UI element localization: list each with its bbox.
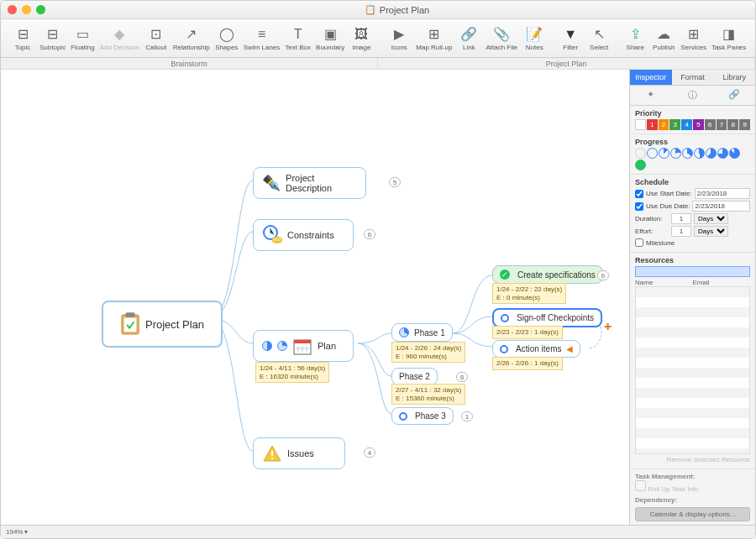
node-label: Issues — [287, 448, 314, 458]
mindmap-canvas[interactable]: Project Plan ✒️ Project Description 5 Co… — [1, 70, 629, 525]
schedule-label: Schedule — [635, 178, 750, 186]
relationship-button[interactable]: ↗Relationship — [171, 24, 212, 53]
floating-button[interactable]: ▭Floating — [69, 24, 96, 53]
calendar-options-button[interactable]: Calendar & display options... — [635, 507, 750, 521]
services-button[interactable]: ⊞Services — [679, 24, 708, 53]
node-plan[interactable]: Plan — [253, 330, 354, 362]
subtopic-button[interactable]: ⊟Subtopic — [38, 24, 67, 53]
node-description[interactable]: ✒️ Project Description — [253, 167, 366, 199]
node-signoff[interactable]: Sign-off Checkpoints — [492, 308, 602, 327]
svg-rect-13 — [271, 458, 273, 459]
rollup-checkbox — [635, 480, 646, 491]
node-label: Phase 1 — [414, 328, 445, 338]
remove-resource: Remove Selected Resource — [635, 456, 750, 463]
duration-unit[interactable]: Days — [694, 213, 728, 224]
node-label: Create specifications — [517, 270, 596, 280]
start-date-field[interactable]: 2/23/2018 — [695, 188, 750, 199]
clock-coins-icon — [262, 225, 282, 245]
svg-rect-2 — [124, 318, 137, 332]
text-box-button[interactable]: TText Box — [283, 24, 312, 53]
priority-label: Priority — [635, 109, 750, 118]
node-create-spec[interactable]: ✓ Create specifications — [492, 265, 603, 284]
shapes-button[interactable]: ◯Shapes — [213, 24, 240, 53]
pen-icon: ✒️ — [262, 173, 281, 193]
action-callout: 2/26 - 2/26 : 1 day(s) — [492, 357, 563, 370]
progress-selector[interactable] — [635, 148, 750, 170]
use-start-checkbox[interactable] — [635, 190, 643, 198]
check-icon: ✓ — [500, 270, 510, 280]
add-decision-button[interactable]: ◆Add Decision — [98, 24, 141, 53]
duration-field[interactable]: 1 — [671, 213, 691, 224]
node-label: Constraints — [287, 230, 334, 240]
status-bar: 194% ▾ — [1, 525, 755, 538]
boundary-button[interactable]: ▣Boundary — [314, 24, 346, 53]
select-button[interactable]: ↖Select — [585, 24, 612, 53]
tab-project-plan[interactable]: Project Plan — [378, 58, 755, 69]
tab-brainstorm[interactable]: Brainstorm — [1, 58, 378, 69]
node-label: Phase 2 — [399, 372, 430, 381]
tab-format[interactable]: Format — [672, 70, 714, 85]
node-label: Plan — [318, 341, 336, 351]
use-due-checkbox[interactable] — [635, 202, 643, 211]
tab-strip: Brainstorm Project Plan — [1, 58, 755, 70]
task-panes-button[interactable]: ◨Task Panes — [710, 24, 748, 53]
signoff-callout: 2/23 - 2/23 : 1 day(s) — [492, 326, 563, 339]
task-info-icon[interactable]: ✦ — [630, 86, 672, 105]
node-root[interactable]: Project Plan — [102, 301, 223, 348]
link-button[interactable]: 🔗Link — [455, 24, 482, 53]
node-phase1[interactable]: Phase 1 — [391, 323, 453, 342]
badge-phase2[interactable]: 8 — [456, 372, 468, 382]
share-button[interactable]: ⇪Share — [622, 24, 648, 53]
resources-list[interactable] — [635, 286, 750, 454]
image-button[interactable]: 🖼Image — [348, 24, 375, 53]
node-label: Action items — [516, 344, 561, 353]
filter-button[interactable]: ▼Filter — [557, 24, 584, 53]
notes-button[interactable]: 📝Notes — [521, 24, 548, 53]
node-constraints[interactable]: Constraints — [253, 219, 354, 251]
tab-library[interactable]: Library — [713, 70, 755, 85]
info-icon[interactable]: ⓘ — [672, 86, 714, 105]
node-label: Sign-off Checkpoints — [517, 313, 594, 322]
callout-button[interactable]: ⊡Callout — [143, 24, 170, 53]
zoom-level[interactable]: 194% — [6, 528, 23, 536]
publish-button[interactable]: ☁Publish — [650, 24, 677, 53]
map-rollup-button[interactable]: ⊞Map Roll-up — [414, 24, 454, 53]
effort-unit[interactable]: Days — [694, 226, 728, 237]
swim-lanes-button[interactable]: ≡Swim Lanes — [242, 24, 282, 53]
spec-callout: 1/24 - 2/22 : 22 day(s)E : 0 minute(s) — [492, 283, 566, 304]
link-icon[interactable]: 🔗 — [713, 86, 755, 105]
node-phase3[interactable]: Phase 3 — [391, 407, 454, 425]
flag-icon: ◀ — [566, 344, 573, 353]
close-window[interactable] — [8, 5, 17, 14]
node-action[interactable]: Action items ◀ — [492, 340, 580, 358]
clipboard-icon — [120, 314, 140, 334]
node-label: Project Plan — [145, 318, 204, 331]
milestone-checkbox[interactable] — [635, 238, 643, 247]
badge-desc[interactable]: 5 — [389, 177, 401, 187]
plan-callout: 1/24 - 4/11 : 56 day(s)E : 16320 minute(… — [255, 362, 329, 383]
titlebar: 📋 Project Plan — [1, 1, 755, 19]
minimize-window[interactable] — [22, 5, 31, 14]
attach-file-button[interactable]: 📎Attach File — [484, 24, 519, 53]
badge-constraints[interactable]: 6 — [364, 229, 375, 239]
relationship-handle[interactable]: ✚ — [604, 322, 612, 332]
phase1-callout: 1/24 - 2/26 : 24 day(s)E : 960 minute(s) — [391, 342, 465, 363]
due-date-field[interactable]: 2/23/2018 — [692, 201, 750, 212]
calendar-icon — [292, 336, 312, 356]
phase2-callout: 2/27 - 4/11 : 32 day(s)E : 15360 minute(… — [391, 384, 465, 405]
badge-issues[interactable]: 4 — [364, 447, 375, 458]
warning-icon — [262, 443, 282, 463]
topic-button[interactable]: ⊟Topic — [9, 24, 36, 53]
progress-label: Progress — [635, 138, 750, 146]
resources-input[interactable] — [635, 266, 750, 277]
icons-button[interactable]: ▶Icons — [386, 24, 412, 53]
priority-selector[interactable]: 1 2 3 4 5 6 7 8 9 — [635, 119, 750, 130]
badge-phase3[interactable]: 1 — [461, 411, 473, 421]
zoom-window[interactable] — [36, 5, 45, 14]
node-issues[interactable]: Issues — [253, 437, 345, 469]
progress-icon — [399, 327, 409, 338]
node-phase2[interactable]: Phase 2 — [391, 368, 438, 385]
tab-inspector[interactable]: Inspector — [630, 70, 672, 85]
badge-spec[interactable]: 6 — [597, 270, 609, 280]
effort-field[interactable]: 1 — [671, 226, 691, 237]
